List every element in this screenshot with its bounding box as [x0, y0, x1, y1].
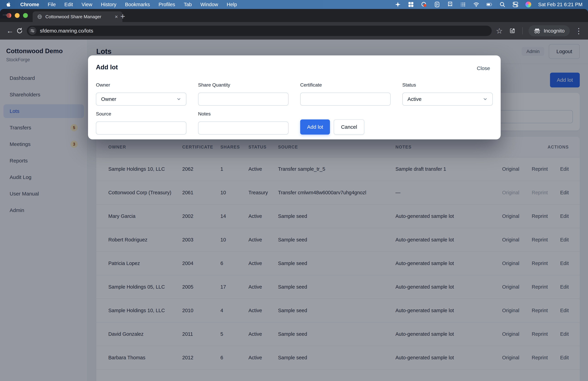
menu-window[interactable]: Window — [200, 2, 218, 7]
page-viewport: Cottonwood Demo StockForge Dashboard Sha… — [0, 40, 588, 381]
incognito-badge: Incognito — [528, 25, 570, 36]
status-select-value: Active — [407, 96, 421, 102]
browser-toolbar: ← → sfdemo.manring.co/lots ☆ Incognito ⋮ — [0, 22, 588, 40]
menu-help[interactable]: Help — [227, 2, 237, 7]
globe-icon — [37, 14, 42, 19]
source-input[interactable] — [96, 121, 186, 134]
modal-title: Add lot — [96, 64, 118, 71]
status-select[interactable]: Active — [402, 92, 493, 106]
browser-tab[interactable]: Cottonwood Share Manager × — [33, 11, 122, 22]
window-tiling-icon[interactable] — [408, 1, 414, 8]
notes-input[interactable] — [198, 121, 289, 134]
modal-add-lot-button[interactable]: Add lot — [300, 119, 330, 134]
spotlight-icon[interactable] — [499, 1, 505, 8]
reload-icon[interactable] — [15, 26, 24, 36]
menu-profiles[interactable]: Profiles — [159, 2, 175, 7]
modal-close-button[interactable]: Close — [477, 65, 490, 71]
menu-file[interactable]: File — [48, 2, 56, 7]
owner-select-value: Owner — [101, 96, 116, 102]
siri-icon[interactable] — [525, 1, 531, 7]
menu-tab[interactable]: Tab — [184, 2, 192, 7]
tab-close-icon[interactable]: × — [115, 14, 118, 20]
forward-icon[interactable]: → — [0, 9, 10, 19]
toolbar-divider — [522, 27, 523, 34]
wifi-icon[interactable] — [473, 1, 479, 8]
zoom-window-button[interactable] — [23, 13, 28, 18]
menu-bookmarks[interactable]: Bookmarks — [125, 2, 150, 7]
chevron-down-icon — [483, 97, 488, 102]
macos-menubar: Chrome File Edit View History Bookmarks … — [0, 0, 588, 9]
screen-mirroring-icon[interactable] — [460, 1, 466, 8]
minimize-window-button[interactable] — [15, 13, 20, 18]
menu-chrome[interactable]: Chrome — [20, 2, 39, 7]
menubar-clock[interactable]: Sat Feb 21 6:21 PM — [538, 2, 583, 7]
share-quantity-label: Share Quantity — [198, 81, 289, 89]
modal-cancel-button[interactable]: Cancel — [334, 119, 364, 134]
url-text: sfdemo.manring.co/lots — [40, 28, 93, 34]
control-center-icon[interactable] — [512, 1, 519, 8]
status-label: Status — [402, 81, 493, 89]
chevron-down-icon — [176, 97, 181, 102]
bookmark-star-icon[interactable]: ☆ — [495, 27, 504, 35]
site-settings-icon[interactable] — [29, 27, 37, 35]
tab-search-icon[interactable] — [508, 27, 517, 35]
chrome-menu-icon[interactable]: ⋮ — [575, 27, 583, 35]
wallet-shield-icon[interactable] — [447, 1, 453, 8]
certificate-input[interactable] — [300, 92, 391, 106]
tab-strip: Cottonwood Share Manager × + — [0, 9, 588, 22]
notes-label: Notes — [198, 110, 289, 118]
source-label: Source — [96, 110, 186, 118]
menu-view[interactable]: View — [82, 2, 92, 7]
back-icon[interactable]: ← — [5, 26, 15, 36]
menu-history[interactable]: History — [101, 2, 116, 7]
owner-select[interactable]: Owner — [96, 92, 186, 106]
menu-edit[interactable]: Edit — [64, 2, 73, 7]
incognito-icon — [534, 28, 541, 34]
share-quantity-input[interactable] — [198, 92, 289, 106]
address-bar[interactable]: sfdemo.manring.co/lots — [27, 26, 492, 36]
new-tab-button[interactable]: + — [120, 12, 125, 21]
browser-window: Cottonwood Share Manager × + ← → sfdemo.… — [0, 9, 588, 381]
battery-icon[interactable] — [486, 1, 492, 8]
owner-label: Owner — [96, 81, 186, 89]
apple-menu-icon[interactable] — [5, 1, 12, 8]
certificate-label: Certificate — [300, 81, 391, 89]
sidebar-list-icon[interactable] — [434, 1, 440, 8]
screen-record-icon[interactable] — [421, 1, 427, 8]
tab-title: Cottonwood Share Manager — [45, 14, 112, 20]
add-lot-modal: Add lot Close Owner Owner Share Quantity… — [88, 55, 501, 139]
incognito-label: Incognito — [544, 28, 565, 34]
sparkle-icon[interactable] — [395, 1, 401, 8]
